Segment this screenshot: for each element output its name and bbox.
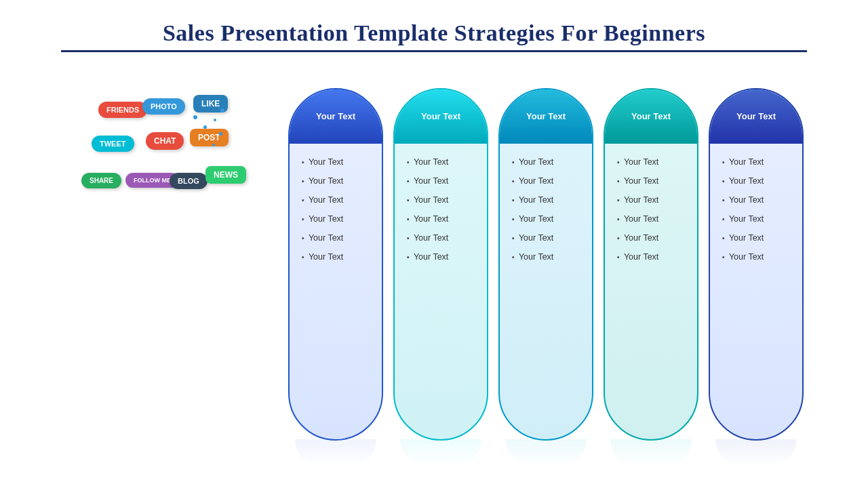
social-area: FRIENDS PHOTO LIKE TWEET CHAT POST SHARE…: [37, 95, 241, 230]
column-4: Your Text Your Text Your Text Your Text …: [602, 88, 701, 466]
bubble-photo: PHOTO: [142, 98, 185, 115]
list-item: Your Text: [722, 233, 794, 243]
list-item: Your Text: [512, 233, 584, 243]
column-body-5: Your Text Your Text Your Text Your Text …: [710, 144, 802, 439]
column-reflection-3: [505, 439, 587, 466]
columns-area: Your Text Your Text Your Text Your Text …: [251, 88, 841, 488]
column-body-1: Your Text Your Text Your Text Your Text …: [290, 144, 382, 439]
list-item: Your Text: [512, 157, 584, 167]
column-card-5: Your Text Your Text Your Text Your Text …: [709, 88, 804, 441]
bubble-share: SHARE: [81, 173, 121, 188]
list-item: Your Text: [617, 252, 689, 262]
list-item: Your Text: [407, 214, 479, 224]
list-item: Your Text: [722, 176, 794, 186]
list-item: Your Text: [617, 214, 689, 224]
list-item: Your Text: [407, 233, 479, 243]
column-body-3: Your Text Your Text Your Text Your Text …: [500, 144, 592, 439]
column-1: Your Text Your Text Your Text Your Text …: [287, 88, 385, 466]
bubble-chat: CHAT: [146, 132, 184, 150]
list-item: Your Text: [722, 195, 794, 205]
list-item: Your Text: [302, 157, 374, 167]
list-item: Your Text: [407, 157, 479, 167]
title-underline: [61, 50, 807, 52]
dot: [203, 125, 207, 129]
dot: [214, 119, 216, 121]
bubble-post: POST: [190, 129, 229, 146]
list-item: Your Text: [722, 214, 794, 224]
list-item: Your Text: [617, 233, 689, 243]
column-header-1: Your Text: [290, 89, 382, 144]
main-title: Sales Presentation Template Strategies F…: [41, 20, 827, 46]
list-item: Your Text: [407, 252, 479, 262]
list-item: Your Text: [722, 252, 794, 262]
bubble-tweet: TWEET: [92, 136, 134, 152]
column-card-3: Your Text Your Text Your Text Your Text …: [498, 88, 593, 441]
title-area: Sales Presentation Template Strategies F…: [41, 20, 827, 52]
column-card-4: Your Text Your Text Your Text Your Text …: [604, 88, 698, 441]
list-item: Your Text: [617, 195, 689, 205]
bubble-blog: BLOG: [170, 173, 208, 189]
dot: [212, 144, 215, 146]
list-item: Your Text: [302, 176, 374, 186]
column-header-3: Your Text: [500, 89, 592, 144]
list-item: Your Text: [302, 214, 374, 224]
list-item: Your Text: [512, 214, 584, 224]
list-item: Your Text: [722, 157, 794, 167]
column-3: Your Text Your Text Your Text Your Text …: [497, 88, 595, 466]
page: Sales Presentation Template Strategies F…: [0, 0, 868, 488]
list-item: Your Text: [512, 252, 584, 262]
list-item: Your Text: [512, 195, 584, 205]
column-card-1: Your Text Your Text Your Text Your Text …: [288, 88, 383, 441]
column-body-4: Your Text Your Text Your Text Your Text …: [605, 144, 697, 439]
list-item: Your Text: [407, 195, 479, 205]
list-item: Your Text: [617, 157, 689, 167]
list-item: Your Text: [407, 176, 479, 186]
column-header-5: Your Text: [710, 89, 802, 144]
column-body-2: Your Text Your Text Your Text Your Text …: [395, 144, 487, 439]
column-reflection-4: [610, 439, 692, 466]
dot: [219, 132, 222, 136]
list-item: Your Text: [617, 176, 689, 186]
column-header-2: Your Text: [395, 89, 487, 144]
bubble-news: NEWS: [205, 166, 246, 184]
dot: [193, 115, 197, 119]
list-item: Your Text: [302, 252, 374, 262]
column-reflection-2: [400, 439, 481, 466]
column-reflection-5: [715, 439, 797, 466]
column-reflection-1: [295, 439, 376, 466]
column-header-4: Your Text: [605, 89, 697, 144]
dot: [220, 108, 224, 113]
list-item: Your Text: [302, 195, 374, 205]
bubble-friends: FRIENDS: [98, 102, 147, 118]
column-2: Your Text Your Text Your Text Your Text …: [392, 88, 490, 466]
list-item: Your Text: [512, 176, 584, 186]
column-5: Your Text Your Text Your Text Your Text …: [707, 88, 806, 466]
list-item: Your Text: [302, 233, 374, 243]
column-card-2: Your Text Your Text Your Text Your Text …: [393, 88, 488, 441]
